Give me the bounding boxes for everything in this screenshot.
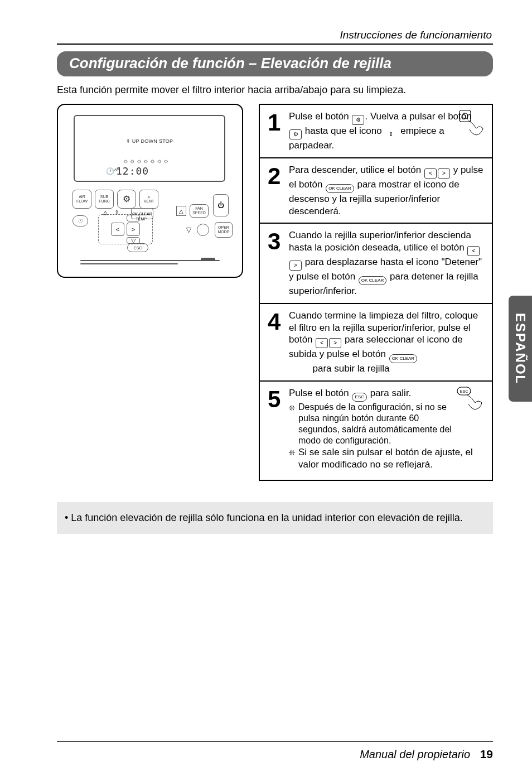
step-text: para salir. — [367, 388, 411, 398]
ok-clear-icon: OK CLEAR — [389, 354, 417, 363]
step-text: Cuando la rejilla superior/inferior desc… — [289, 230, 471, 253]
asterisk-icon: ❊ — [289, 402, 295, 446]
lcd-icons: ☼☼☼☼☼☼☼ — [123, 157, 170, 164]
header-rule — [57, 44, 493, 45]
circle-button — [197, 224, 209, 236]
footer-rule — [57, 741, 493, 742]
ok-clear-icon: OK CLEAR — [359, 276, 386, 285]
step-text: para subir la rejilla — [289, 363, 389, 374]
step-number: 4 — [268, 310, 283, 375]
step-note: Después de la configuración, si no se pu… — [298, 402, 454, 446]
gear-icon: ⚙ — [352, 115, 364, 125]
power-button: ⏻ — [213, 194, 229, 216]
language-tab-label: ESPAÑOL — [512, 313, 528, 384]
footer: Manual del propietario 19 — [57, 748, 493, 761]
lcd-time: 12:00 — [116, 165, 149, 177]
step-text: hasta que el icono — [302, 126, 384, 136]
remote-base-lines — [80, 258, 220, 267]
step-note: Si se sale sin pulsar el botón de ajuste… — [298, 446, 484, 471]
step-number: 1 — [268, 110, 283, 152]
steps-container: 1 Pulse el botón ⚙. Vuelva a pulsar el b… — [259, 104, 493, 481]
remote-lcd: ⇕ UP DOWN STOP ☼☼☼☼☼☼☼ 🕐AM 12:00 — [74, 115, 225, 182]
nav-left-icon: < — [316, 338, 328, 348]
footnote-box: • La función elevación de rejilla sólo f… — [57, 502, 493, 534]
svg-point-1 — [462, 113, 468, 119]
esc-icon: ESC — [352, 393, 366, 402]
timer-button: 🕐 — [72, 215, 88, 226]
hand-press-icon — [458, 109, 486, 137]
nav-pad: △ ⇧ OK CLEAR TEMP < > ▽ — [98, 214, 153, 244]
language-tab: ESPAÑOL — [509, 296, 532, 402]
nav-right-icon: > — [289, 261, 302, 271]
footnote-text: • La función elevación de rejilla sólo f… — [65, 512, 463, 523]
step-2: 2 Para descender, utilice el botón <> y … — [260, 158, 492, 224]
nav-right-icon: > — [127, 223, 140, 236]
down-triangle-icon: ▽ — [186, 226, 191, 234]
elevation-icon: ⇕ — [385, 129, 397, 139]
asterisk-icon: ❊ — [289, 446, 295, 471]
svg-text:ESC: ESC — [460, 389, 468, 393]
step-text: Pulse el botón — [289, 388, 351, 398]
step-number: 2 — [268, 164, 283, 218]
step-5: 5 Pulse el botón ESC para salir. ❊ Despu… — [260, 382, 492, 480]
air-flow-button: AIR FLOW — [72, 190, 91, 209]
nav-right-icon: > — [329, 338, 341, 348]
step-4: 4 Cuando termine la limpieza del filtro,… — [260, 304, 492, 382]
gear-icon: ⚙ — [289, 129, 302, 139]
lcd-status: ⇕ UP DOWN STOP — [75, 138, 224, 144]
remote-illustration: ⇕ UP DOWN STOP ☼☼☼☼☼☼☼ 🕐AM 12:00 AIR FLO… — [57, 104, 243, 278]
nav-left-icon: < — [111, 223, 124, 236]
footer-label: Manual del propietario — [360, 748, 470, 760]
step-text: Pulse el botón — [289, 111, 351, 122]
nav-up-icon — [127, 215, 140, 221]
nav-right-icon: > — [438, 168, 450, 179]
svg-rect-0 — [460, 110, 471, 122]
nav-left-icon: < — [467, 246, 480, 256]
remote-notch — [201, 258, 215, 261]
ok-clear-icon: OK CLEAR — [326, 184, 354, 193]
gear-button: ⚙ — [117, 190, 136, 209]
step-text: . Vuelva a pulsar el botón — [365, 111, 471, 122]
sub-func-button: SUB FUNC — [95, 190, 114, 209]
nav-left-icon: < — [424, 168, 437, 179]
page-number: 19 — [480, 748, 493, 760]
hand-press-icon: ESC — [456, 386, 484, 414]
step-number: 5 — [268, 387, 283, 471]
fan-speed-button: FAN SPEED — [190, 204, 209, 218]
step-text: Para descender, utilice el botón — [289, 165, 424, 175]
header-caption: Instrucciones de funcionamiento — [57, 29, 493, 41]
step-1: 1 Pulse el botón ⚙. Vuelva a pulsar el b… — [260, 105, 492, 158]
esc-button: ESC — [127, 243, 148, 252]
page-title: Configuración de función – Elevación de … — [57, 51, 493, 76]
up-triangle-icon: △ — [176, 206, 186, 216]
oper-mode-button: OPER MODE — [215, 222, 233, 238]
step-number: 3 — [268, 229, 283, 297]
intro-text: Esta función permite mover el filtro int… — [57, 84, 493, 96]
step-3: 3 Cuando la rejilla superior/inferior de… — [260, 224, 492, 304]
vent-button: ⚹VENT — [139, 190, 158, 209]
